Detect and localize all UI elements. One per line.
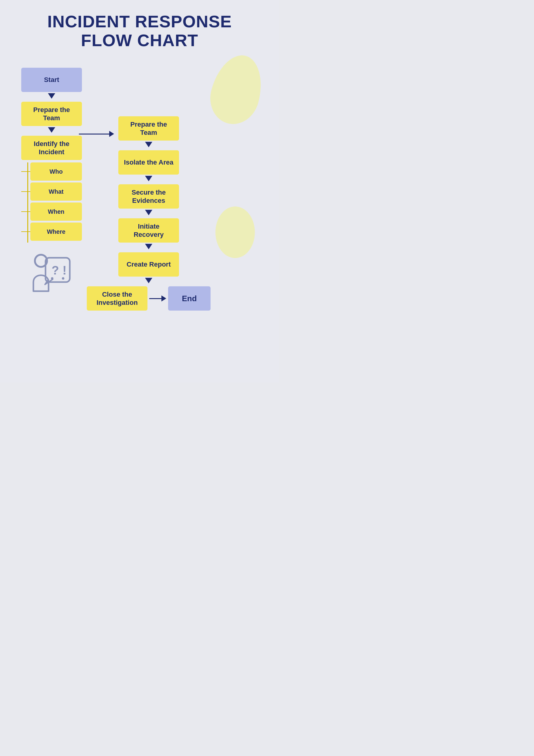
svg-point-5 [62, 277, 64, 280]
isolate-area-box: Isolate the Area [118, 150, 179, 175]
sub-vertical-line [27, 162, 28, 243]
sub-item-where-row: Where [21, 223, 82, 241]
where-box: Where [30, 223, 82, 241]
sub-items-wrapper: Who What When Where [21, 162, 88, 243]
person-question-icon: ? ! [24, 252, 73, 302]
right-column: Prepare the Team Isolate the Area Secure… [112, 116, 185, 310]
prepare-team-box-left: Prepare the Team [21, 102, 82, 126]
when-box: When [30, 202, 82, 221]
sub-item-what-row: What [21, 182, 82, 201]
svg-point-4 [51, 277, 53, 280]
prepare-team-box-right: Prepare the Team [118, 116, 179, 141]
end-row: Close the Investigation End [87, 286, 211, 310]
arrow-prepare-to-identify [48, 127, 55, 133]
arrow-r-initiate-to-create [145, 244, 152, 249]
start-box: Start [21, 68, 82, 92]
initiate-recovery-box: Initiate Recovery [118, 218, 179, 243]
cross-arrow-line [79, 134, 109, 134]
sub-connector-what [21, 191, 30, 192]
cross-arrow-identify [79, 131, 114, 137]
cross-arrow-head [109, 131, 114, 137]
sub-connector-where [21, 231, 30, 232]
sub-item-who-row: Who [21, 162, 82, 181]
secure-evidences-box: Secure the Evidences [118, 184, 179, 208]
arrow-r-isolate-to-secure [145, 176, 152, 181]
person-icon-svg: ? ! [24, 252, 73, 300]
sub-item-when-row: When [21, 202, 82, 221]
what-box: What [30, 182, 82, 201]
arrow-r-prepare-to-isolate [145, 142, 152, 147]
sub-connector-when [21, 211, 30, 212]
close-to-end-arrow [149, 295, 166, 302]
close-to-end-arrowhead [162, 295, 166, 302]
create-report-box: Create Report [118, 252, 179, 277]
page: INCIDENT RESPONSE FLOW CHART Start Prepa… [0, 0, 279, 383]
identify-incident-box: Identify the Incident [21, 136, 82, 160]
close-investigation-box: Close the Investigation [87, 286, 147, 310]
close-to-end-line [149, 298, 162, 299]
svg-text:?: ? [52, 263, 59, 277]
end-box: End [168, 286, 211, 310]
who-box: Who [30, 162, 82, 181]
arrow-r-secure-to-initiate [145, 210, 152, 215]
arrow-start-to-prepare [48, 93, 55, 99]
page-title: INCIDENT RESPONSE FLOW CHART [15, 12, 264, 49]
svg-text:!: ! [63, 263, 66, 277]
sub-connector-who [21, 171, 30, 172]
arrow-r-create-to-close [145, 278, 152, 283]
